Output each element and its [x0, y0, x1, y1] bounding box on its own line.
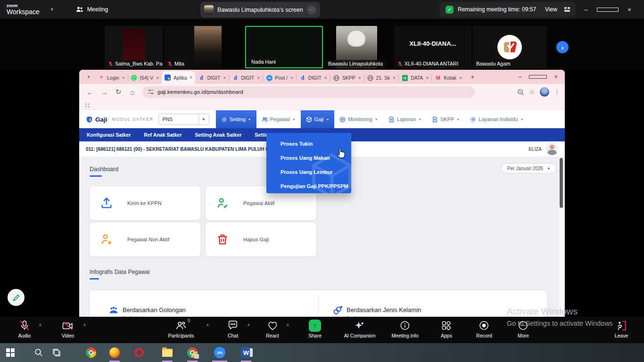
- start-button[interactable]: [5, 347, 16, 358]
- more-options-icon[interactable]: ⋯: [307, 5, 316, 15]
- minimize-button[interactable]: –: [575, 6, 597, 13]
- participant-tile[interactable]: Bawaslu Agam: [473, 26, 547, 68]
- participant-tile[interactable]: Salma_Bws Kab. Pada...: [105, 26, 163, 68]
- view-button[interactable]: View: [545, 6, 557, 13]
- card-kirim-ke-kppn[interactable]: Kirim ke KPPN: [90, 186, 200, 220]
- ai-companion-button[interactable]: AI Companion: [344, 320, 376, 338]
- menu-laporan[interactable]: Laporan▼: [383, 110, 427, 128]
- participant-tile[interactable]: Mita: [164, 26, 222, 68]
- browser-tab-active[interactable]: Aplika×: [162, 71, 195, 84]
- browser-menu-icon[interactable]: ⋮: [554, 89, 560, 96]
- new-tab-button[interactable]: +: [467, 71, 478, 82]
- browser-tab[interactable]: dDIGIT×: [297, 72, 330, 84]
- chrome-icon[interactable]: [85, 347, 97, 358]
- participants-options-chevron[interactable]: ∧: [206, 322, 209, 327]
- browser-tab[interactable]: dDIGIT×: [195, 72, 229, 84]
- menu-monitoring[interactable]: Monitoring▼: [334, 110, 383, 128]
- zoom-app-icon[interactable]: zm: [214, 347, 225, 358]
- participant-tile[interactable]: Bawaslu Limapuluhkota: [336, 26, 377, 68]
- subnav-ref-anak-satker[interactable]: Ref Anak Satker: [144, 132, 182, 138]
- menu-setting[interactable]: Setting▼: [216, 110, 256, 128]
- close-icon[interactable]: ×: [257, 75, 260, 81]
- next-participants-button[interactable]: ›: [556, 41, 569, 53]
- address-bar[interactable]: gaji.kemenkeu.go.id/pns/dashboard: [142, 86, 475, 98]
- search-icon[interactable]: [33, 347, 44, 358]
- leave-button[interactable]: Leave: [615, 320, 628, 338]
- restore-button[interactable]: [597, 6, 619, 13]
- zoom-out-icon[interactable]: [517, 89, 524, 96]
- file-explorer-icon[interactable]: [162, 347, 173, 358]
- close-icon[interactable]: ×: [324, 75, 327, 81]
- module-select[interactable]: PNS ▼: [158, 114, 209, 125]
- opera-icon[interactable]: [133, 347, 145, 358]
- word-icon[interactable]: W: [240, 347, 252, 358]
- tab-search-chevron-icon[interactable]: ▼: [83, 71, 94, 82]
- restore-button[interactable]: [529, 74, 547, 80]
- browser-tab[interactable]: (54) V×: [128, 72, 162, 84]
- reload-icon[interactable]: ↻: [112, 88, 124, 96]
- chat-button[interactable]: Chat: [228, 320, 238, 338]
- close-icon[interactable]: ×: [223, 75, 226, 81]
- browser-tab[interactable]: *Login×: [95, 72, 128, 84]
- browser-tab[interactable]: MKotak×: [432, 72, 465, 84]
- menu-gaji[interactable]: Gaji▼: [301, 110, 335, 128]
- menu-layanan-individu[interactable]: Layanan Individu▼: [465, 110, 528, 128]
- card-hapus-gaji[interactable]: Hapus Gaji: [206, 222, 316, 256]
- browser-tab[interactable]: DATA×: [399, 72, 431, 84]
- minimize-button[interactable]: –: [511, 74, 529, 80]
- subnav-setting-anak-satker[interactable]: Setting Anak Satker: [195, 132, 242, 138]
- audio-button[interactable]: Audio: [18, 320, 31, 338]
- close-icon[interactable]: ×: [156, 75, 159, 81]
- back-icon[interactable]: ←: [84, 88, 96, 96]
- share-button[interactable]: ↑ Share: [308, 320, 322, 338]
- home-icon[interactable]: ⌂: [126, 88, 139, 96]
- period-filter[interactable]: Per Januari 2026 ▼: [501, 163, 556, 173]
- close-button[interactable]: ×: [619, 6, 640, 13]
- page-scrollbar[interactable]: [559, 156, 563, 317]
- close-icon[interactable]: ×: [290, 75, 293, 81]
- chevron-down-icon[interactable]: ▼: [50, 7, 54, 12]
- scrollbar-thumb[interactable]: [560, 158, 563, 208]
- user-avatar[interactable]: [546, 143, 558, 155]
- view-layout-icon[interactable]: [564, 7, 570, 12]
- participant-tile[interactable]: XLII-40-DIANA... XLII-40-DIANA ANTARI: [394, 26, 471, 68]
- bookmark-star-icon[interactable]: ☆: [529, 88, 535, 96]
- browser-tab[interactable]: dDIGIT×: [229, 72, 263, 84]
- close-icon[interactable]: ×: [358, 75, 361, 81]
- react-options-chevron[interactable]: ∧: [286, 322, 289, 327]
- close-icon[interactable]: ×: [122, 75, 125, 81]
- annotation-button[interactable]: [8, 289, 25, 306]
- apps-grid-icon[interactable]: [85, 103, 90, 108]
- firefox-icon[interactable]: [109, 347, 120, 358]
- menu-pegawai[interactable]: Pegawai▼: [256, 110, 301, 128]
- browser-tab[interactable]: 21. Sk×: [364, 72, 399, 84]
- subnav-konfigurasi-satker[interactable]: Konfigurasi Satker: [87, 132, 131, 138]
- video-options-chevron[interactable]: ∧: [83, 322, 86, 327]
- close-icon[interactable]: ×: [393, 75, 396, 81]
- meeting-info-button[interactable]: Meeting info: [391, 320, 418, 338]
- react-button[interactable]: React: [266, 320, 279, 338]
- close-icon[interactable]: ×: [426, 75, 429, 81]
- apps-button[interactable]: Apps: [441, 320, 452, 338]
- card-pegawai-non-aktif[interactable]: Pegawai Non Aktif: [90, 222, 200, 256]
- browser-tab[interactable]: SKPP×: [330, 72, 364, 84]
- close-icon[interactable]: ×: [190, 75, 193, 80]
- meeting-tab[interactable]: Meeting: [76, 6, 108, 13]
- close-icon[interactable]: ×: [459, 75, 462, 81]
- chat-options-chevron[interactable]: ∧: [247, 322, 250, 327]
- browser-tab[interactable]: zmPost /×: [263, 72, 296, 84]
- record-button[interactable]: Record: [476, 320, 492, 338]
- more-button[interactable]: More: [518, 320, 529, 338]
- screen-share-tab[interactable]: Bawaslu Limapuluhkota's screen ⋯: [200, 2, 320, 17]
- close-button[interactable]: ×: [547, 74, 565, 80]
- task-view-icon[interactable]: [51, 347, 62, 358]
- audio-options-chevron[interactable]: ∧: [39, 322, 42, 327]
- participant-tile-active-speaker[interactable]: Nada Hani: [245, 26, 323, 68]
- participants-button[interactable]: 9 Participants: [168, 320, 194, 338]
- site-settings-icon[interactable]: [148, 90, 154, 94]
- menu-skpp[interactable]: SKPP▼: [427, 110, 465, 128]
- forward-icon[interactable]: →: [98, 88, 110, 96]
- video-button[interactable]: Video: [62, 320, 74, 338]
- user-box[interactable]: ELIZA: [528, 143, 558, 155]
- chrome-profile-icon[interactable]: [187, 347, 198, 358]
